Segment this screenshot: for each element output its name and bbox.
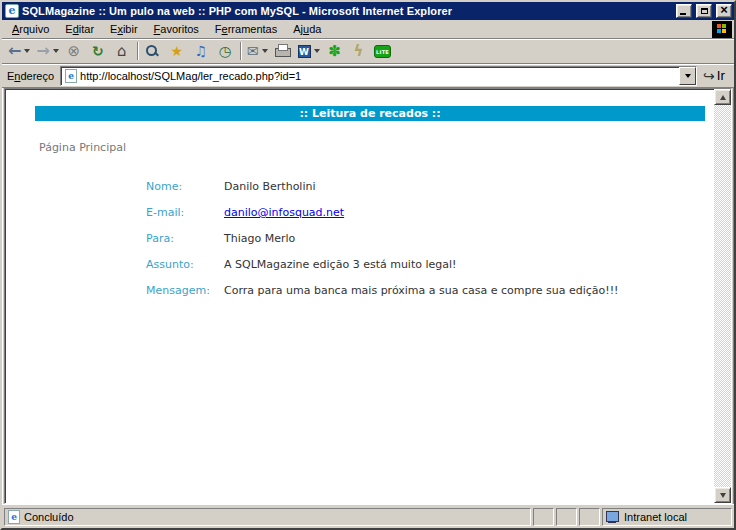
dropdown-caret-icon[interactable] <box>262 49 268 53</box>
page-title: :: Leitura de recados :: <box>35 106 705 121</box>
field-row: Assunto:A SQLMagazine edição 3 está muit… <box>146 258 619 284</box>
security-zone-pane: Intranet local <box>602 508 732 526</box>
dropdown-caret-icon[interactable] <box>24 49 30 53</box>
vertical-scrollbar[interactable] <box>714 89 731 503</box>
field-label: Assunto: <box>146 258 224 284</box>
status-bar: e Concluído Intranet local <box>2 504 734 528</box>
status-pane-empty-1 <box>533 508 554 526</box>
email-link[interactable]: danilo@infosquad.net <box>224 206 344 219</box>
ie-page-icon: e <box>65 69 77 83</box>
field-row: Nome:Danilo Bertholini <box>146 180 619 206</box>
address-dropdown-button[interactable] <box>679 67 696 85</box>
go-arrow-icon: ↪ <box>703 67 715 85</box>
back-icon: ← <box>8 42 21 60</box>
scroll-down-button[interactable] <box>714 487 731 503</box>
field-row: E-mail:danilo@infosquad.net <box>146 206 619 232</box>
menu-item-favoritos[interactable]: Favoritos <box>146 21 207 38</box>
toolbar-separator <box>240 42 241 60</box>
address-input[interactable]: http://localhost/SQLMag/ler_recado.php?i… <box>80 70 679 82</box>
favorites-icon: ★ <box>171 42 184 60</box>
pagina-principal-link[interactable]: Página Principal <box>39 141 126 154</box>
dropdown-caret-icon[interactable] <box>53 49 59 53</box>
minimize-button[interactable] <box>676 4 692 18</box>
close-button[interactable] <box>716 4 732 18</box>
ie-logo-icon[interactable]: e <box>5 4 19 18</box>
refresh-icon: ↻ <box>92 42 104 60</box>
print-icon <box>274 44 291 58</box>
chevron-down-icon <box>685 74 691 78</box>
windows-flag-icon <box>717 24 721 28</box>
history-icon: ◷ <box>219 42 231 60</box>
browser-viewport: :: Leitura de recados :: Página Principa… <box>4 88 732 504</box>
mail-button[interactable]: ✉ <box>244 40 271 62</box>
menu-item-editar[interactable]: Editar <box>57 21 102 38</box>
scroll-up-icon <box>720 95 726 100</box>
minimize-icon <box>680 13 686 15</box>
lightning-icon: ϟ <box>354 42 364 60</box>
search-icon <box>145 44 160 59</box>
menu-item-ajuda[interactable]: Ajuda <box>285 21 329 38</box>
stop-button[interactable]: ⊗ <box>62 40 86 62</box>
icq-lite-icon: LITE <box>374 45 391 58</box>
edit-word-button[interactable]: W <box>295 40 323 62</box>
windows-logo-throbber <box>712 21 732 38</box>
forward-button[interactable]: → <box>33 40 61 62</box>
restore-icon <box>701 8 708 14</box>
toolbar: ←→⊗↻⌂★♫◷✉W✽ϟLITE <box>2 39 734 64</box>
field-label: E-mail: <box>146 206 224 232</box>
window-title: SQLMagazine :: Um pulo na web :: PHP com… <box>22 5 672 17</box>
ie-window: e SQLMagazine :: Um pulo na web :: PHP c… <box>0 0 736 530</box>
edit-word-icon: W <box>298 45 311 58</box>
search-button[interactable] <box>141 40 165 62</box>
scroll-down-icon <box>720 493 726 498</box>
menu-item-ferramentas[interactable]: Ferramentas <box>207 21 285 38</box>
field-label: Para: <box>146 232 224 258</box>
media-icon: ♫ <box>195 42 208 60</box>
zone-text: Intranet local <box>624 511 687 523</box>
back-button[interactable]: ← <box>5 40 33 62</box>
web-page: :: Leitura de recados :: Página Principa… <box>5 89 714 503</box>
menu-item-arquivo[interactable]: Arquivo <box>4 21 57 38</box>
field-row: Para:Thiago Merlo <box>146 232 619 258</box>
home-button[interactable]: ⌂ <box>110 40 134 62</box>
refresh-button[interactable]: ↻ <box>86 40 110 62</box>
menu-item-exibir[interactable]: Exibir <box>102 21 146 38</box>
address-combo[interactable]: e http://localhost/SQLMag/ler_recado.php… <box>60 66 697 86</box>
field-value: Thiago Merlo <box>224 232 619 258</box>
icq-lite-button[interactable]: LITE <box>371 40 395 62</box>
scrollbar-track[interactable] <box>714 105 731 487</box>
field-label: Nome: <box>146 180 224 206</box>
icq-flower-icon: ✽ <box>328 42 341 60</box>
scroll-up-button[interactable] <box>714 89 731 105</box>
recado-fields-table: Nome:Danilo BertholiniE-mail:danilo@info… <box>146 180 619 310</box>
status-pane: e Concluído <box>4 508 531 526</box>
field-row: Mensagem:Corra para uma banca mais próxi… <box>146 284 619 310</box>
dropdown-caret-icon[interactable] <box>314 49 320 53</box>
field-value: Danilo Bertholini <box>224 180 619 206</box>
address-bar: Endereço e http://localhost/SQLMag/ler_r… <box>2 64 734 88</box>
toolbar-separator <box>137 42 138 60</box>
lightning-button[interactable]: ϟ <box>347 40 371 62</box>
restore-button[interactable] <box>696 4 712 18</box>
mail-icon: ✉ <box>247 42 259 60</box>
print-button[interactable] <box>271 40 295 62</box>
status-pane-empty-2 <box>556 508 577 526</box>
icq-flower-button[interactable]: ✽ <box>323 40 347 62</box>
field-label: Mensagem: <box>146 284 224 310</box>
media-button[interactable]: ♫ <box>189 40 213 62</box>
go-label: Ir <box>717 68 725 83</box>
status-pane-empty-3 <box>579 508 600 526</box>
go-button[interactable]: ↪ Ir <box>701 65 731 87</box>
home-icon: ⌂ <box>117 42 127 60</box>
history-button[interactable]: ◷ <box>213 40 237 62</box>
address-label: Endereço <box>5 70 56 82</box>
ie-page-icon: e <box>8 510 20 524</box>
favorites-button[interactable]: ★ <box>165 40 189 62</box>
stop-icon: ⊗ <box>68 42 81 60</box>
intranet-icon <box>606 511 620 523</box>
field-value: A SQLMagazine edição 3 está muito legal! <box>224 258 619 284</box>
status-text: Concluído <box>24 511 74 523</box>
forward-icon: → <box>36 42 49 60</box>
field-value: danilo@infosquad.net <box>224 206 619 232</box>
menu-bar: ArquivoEditarExibirFavoritosFerramentasA… <box>2 20 734 39</box>
